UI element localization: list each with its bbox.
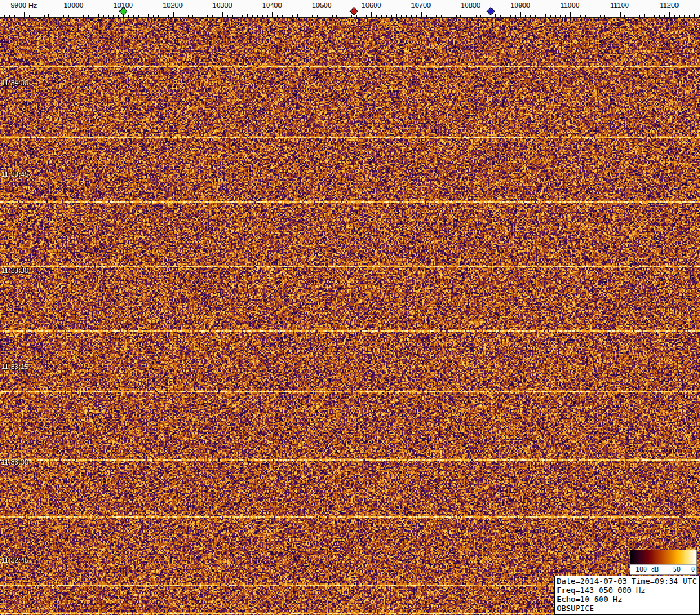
ruler-tick [654, 15, 655, 17]
ruler-tick [347, 14, 347, 17]
ruler-tick [396, 14, 397, 17]
ruler-tick [565, 15, 566, 17]
freq-tick-label: 11100 [610, 1, 629, 9]
ruler-tick [600, 15, 601, 17]
ruler-tick [88, 15, 89, 17]
ruler-tick [510, 15, 511, 17]
freq-tick-label: 11000 [561, 1, 580, 9]
ruler-tick [9, 15, 10, 17]
ruler-tick [436, 15, 437, 17]
ruler-tick [610, 15, 610, 17]
info-date-line: Date=2014-07-03 Time=09:34 UTC [557, 577, 697, 586]
ruler-tick [307, 15, 307, 17]
ruler-tick [19, 15, 19, 17]
ruler-tick [386, 15, 387, 17]
freq-tick-label: 10200 [163, 1, 183, 9]
ruler-tick [530, 15, 531, 17]
ruler-tick [317, 15, 318, 17]
ruler-tick [153, 15, 154, 17]
colorbar-label-max: 0 [691, 566, 695, 573]
ruler-tick [178, 15, 178, 17]
ruler-tick [63, 15, 64, 17]
ruler-tick [421, 12, 422, 17]
ruler-tick [575, 15, 575, 17]
marker-diamond-blue[interactable] [486, 7, 495, 15]
ruler-tick [630, 15, 630, 17]
ruler-tick [148, 14, 149, 17]
ruler-tick [312, 15, 313, 17]
ruler-tick [98, 14, 99, 17]
ruler-tick [44, 15, 45, 17]
ruler-tick [252, 15, 253, 17]
ruler-tick [272, 12, 273, 17]
ruler-tick [54, 15, 54, 17]
freq-tick-label: 10500 [312, 1, 332, 9]
ruler-tick [79, 15, 79, 17]
ruler-tick [451, 15, 451, 17]
ruler-tick [203, 15, 203, 17]
ruler-tick [441, 15, 442, 17]
ruler-tick [500, 15, 501, 17]
frequency-ruler[interactable]: 9900 Hz100001010010200103001040010500106… [0, 0, 700, 18]
ruler-tick [466, 15, 466, 17]
ruler-tick [366, 15, 367, 17]
ruler-tick [232, 15, 233, 17]
ruler-tick [133, 15, 134, 17]
info-freq-line: Freq=143 050 000 Hz [557, 586, 697, 595]
ruler-tick [659, 15, 660, 17]
ruler-tick [332, 15, 333, 17]
spectrogram-display[interactable]: 11:34:0011:33:4511:33:3011:33:1511:33:00… [0, 18, 700, 615]
ruler-tick [267, 15, 268, 17]
ruler-tick [188, 15, 189, 17]
ruler-tick [624, 15, 625, 17]
ruler-tick [287, 15, 287, 17]
ruler-tick [218, 15, 218, 17]
freq-tick-label: 10900 [510, 1, 530, 9]
ruler-tick [207, 15, 208, 17]
ruler-tick [39, 15, 39, 17]
ruler-tick [604, 15, 605, 17]
info-echo-line: Echo=10 600 Hz [557, 595, 697, 604]
freq-tick-label: 10800 [461, 1, 481, 9]
ruler-tick [327, 15, 327, 17]
ruler-tick [336, 15, 337, 17]
freq-tick-label: 10700 [411, 1, 431, 9]
ruler-tick [615, 15, 615, 17]
ruler-tick [669, 12, 670, 17]
ruler-tick [456, 15, 457, 17]
ruler-tick [48, 14, 49, 17]
ruler-tick [486, 15, 486, 17]
ruler-tick [535, 15, 536, 17]
ruler-tick [595, 14, 595, 17]
ruler-tick [297, 14, 298, 17]
ruler-tick [446, 14, 446, 17]
ruler-tick [118, 15, 119, 17]
freq-tick-label: 10300 [212, 1, 232, 9]
ruler-tick [351, 15, 352, 17]
ruler-tick [163, 15, 163, 17]
ruler-tick [560, 15, 561, 17]
spectrogram-window: 9900 Hz100001010010200103001040010500106… [0, 0, 700, 615]
ruler-tick [292, 15, 293, 17]
ruler-tick [495, 14, 496, 17]
ruler-tick [103, 15, 104, 17]
ruler-tick [520, 12, 521, 17]
ruler-tick [227, 15, 228, 17]
ruler-tick [4, 15, 5, 17]
freq-tick-label: 9900 Hz [10, 1, 37, 9]
ruler-tick [506, 15, 506, 17]
ruler-tick [74, 12, 74, 17]
ruler-tick [694, 14, 695, 17]
marker-diamond-red[interactable] [350, 7, 358, 15]
ruler-tick [401, 15, 402, 17]
ruler-tick [257, 15, 258, 17]
spectrogram-canvas[interactable] [0, 18, 700, 615]
ruler-tick [699, 15, 700, 17]
ruler-tick [238, 15, 238, 17]
time-label: 11:32:45 [1, 556, 28, 564]
ruler-tick [128, 15, 129, 17]
ruler-tick [555, 15, 556, 17]
ruler-tick [342, 15, 342, 17]
ruler-tick [590, 15, 590, 17]
ruler-tick [212, 15, 213, 17]
